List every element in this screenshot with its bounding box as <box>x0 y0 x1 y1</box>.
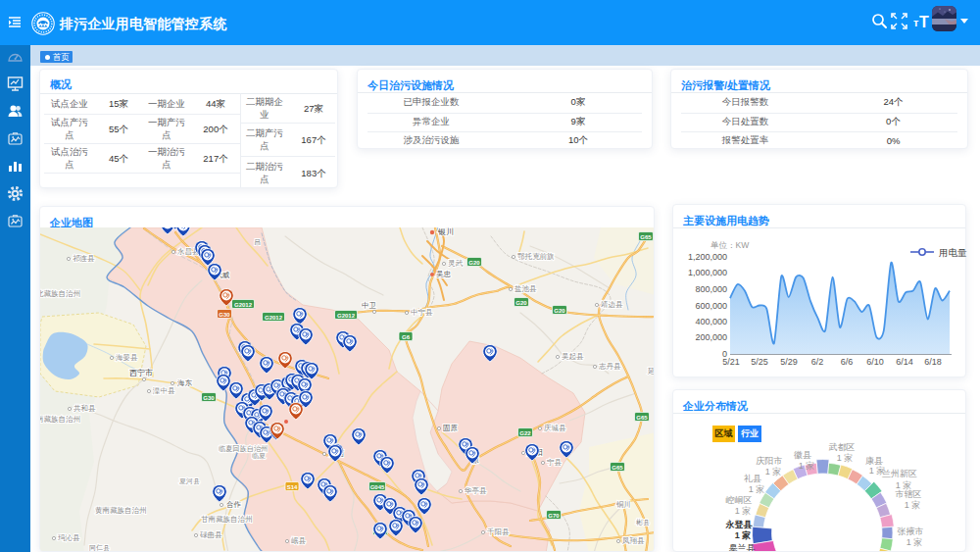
svg-text:单位：KW: 单位：KW <box>710 240 749 250</box>
svg-text:1,000,000: 1,000,000 <box>688 268 727 277</box>
svg-text:徽县: 徽县 <box>794 450 811 460</box>
svg-text:鄂托克前旗: 鄂托克前旗 <box>517 252 555 261</box>
svg-text:6/2: 6/2 <box>811 357 824 367</box>
svg-text:6/10: 6/10 <box>866 357 884 367</box>
svg-text:庆阳市: 庆阳市 <box>757 456 783 466</box>
svg-text:G30: G30 <box>219 312 230 318</box>
svg-text:礼县: 礼县 <box>744 474 761 483</box>
svg-text:6/14: 6/14 <box>896 357 913 367</box>
svg-text:武都区: 武都区 <box>829 442 856 452</box>
svg-text:G65: G65 <box>636 415 648 421</box>
svg-text:1 家: 1 家 <box>837 453 854 463</box>
svg-text:G65: G65 <box>640 234 652 240</box>
svg-text:1 家: 1 家 <box>765 467 782 477</box>
svg-text:G2012: G2012 <box>234 302 253 308</box>
svg-text:永登县: 永登县 <box>725 520 754 529</box>
svg-text:1 家: 1 家 <box>905 500 921 510</box>
svg-text:千阳县: 千阳县 <box>487 527 510 536</box>
svg-text:5/21: 5/21 <box>722 357 740 367</box>
svg-text:吴起县: 吴起县 <box>562 352 584 361</box>
svg-text:200,000: 200,000 <box>695 332 727 342</box>
svg-text:灵武: 灵武 <box>448 259 464 268</box>
svg-text:海东: 海东 <box>177 378 193 387</box>
svg-text:庆城县: 庆城县 <box>544 424 566 432</box>
svg-text:G6: G6 <box>402 334 411 340</box>
svg-text:中卫: 中卫 <box>362 301 376 310</box>
svg-text:玛沁县: 玛沁县 <box>58 533 80 542</box>
svg-text:1 家: 1 家 <box>799 461 815 471</box>
svg-text:600,000: 600,000 <box>695 301 727 311</box>
svg-text:G65: G65 <box>612 465 623 471</box>
svg-text:1 家: 1 家 <box>735 530 752 540</box>
svg-text:G22: G22 <box>519 430 531 436</box>
svg-text:市辖区: 市辖区 <box>896 489 922 499</box>
svg-text:甘南藏族自治州: 甘南藏族自治州 <box>201 515 253 524</box>
svg-text:宁县: 宁县 <box>547 458 563 467</box>
svg-text:1 家: 1 家 <box>735 506 752 516</box>
svg-text:昌: 昌 <box>254 238 261 246</box>
svg-text:祁连县: 祁连县 <box>73 254 95 263</box>
svg-text:兰州新区: 兰州新区 <box>882 469 917 478</box>
svg-text:共和县: 共和县 <box>74 404 96 413</box>
svg-text:5/29: 5/29 <box>780 357 798 367</box>
svg-text:崆峒区: 崆峒区 <box>726 495 753 505</box>
svg-text:夏河县: 夏河县 <box>179 477 200 485</box>
svg-text:南藏族自治州: 南藏族自治州 <box>40 415 80 424</box>
svg-text:5/25: 5/25 <box>751 357 768 367</box>
svg-text:800,000: 800,000 <box>695 284 727 294</box>
svg-text:铜川: 铜川 <box>615 500 631 509</box>
svg-text:靖边县: 靖边县 <box>601 300 623 309</box>
svg-text:北藏族自治州: 北藏族自治州 <box>40 289 80 298</box>
svg-text:1,200,000: 1,200,000 <box>688 252 727 262</box>
svg-text:湟中县: 湟中县 <box>152 386 175 395</box>
svg-text:固原: 固原 <box>443 424 458 432</box>
svg-text:G2012: G2012 <box>265 315 283 321</box>
svg-text:S14: S14 <box>287 484 298 490</box>
svg-text:彬县: 彬县 <box>636 519 650 527</box>
svg-text:合作: 合作 <box>226 500 242 509</box>
svg-text:G20: G20 <box>554 308 565 314</box>
svg-text:用电量: 用电量 <box>939 247 967 258</box>
svg-text:6/6: 6/6 <box>841 357 854 367</box>
svg-text:1 家: 1 家 <box>749 484 765 494</box>
svg-text:中宁县: 中宁县 <box>411 308 433 317</box>
svg-text:6/18: 6/18 <box>924 357 942 367</box>
svg-text:志丹县: 志丹县 <box>599 362 621 371</box>
svg-text:G30: G30 <box>203 395 215 401</box>
svg-text:康县: 康县 <box>865 456 883 466</box>
svg-text:凤翔县: 凤翔县 <box>622 536 645 545</box>
svg-text:1 家: 1 家 <box>906 537 923 547</box>
svg-text:黄南藏族自治州: 黄南藏族自治州 <box>95 506 147 515</box>
svg-text:碌曲县: 碌曲县 <box>200 530 222 539</box>
svg-text:同仁县: 同仁县 <box>89 544 110 551</box>
svg-text:银川: 银川 <box>437 227 454 236</box>
svg-text:临夏: 临夏 <box>252 452 266 460</box>
svg-text:G045: G045 <box>370 484 385 490</box>
svg-text:岷县: 岷县 <box>291 536 307 545</box>
svg-text:延安: 延安 <box>647 367 655 376</box>
svg-text:张掖市: 张掖市 <box>898 527 924 536</box>
svg-text:皋兰县: 皋兰县 <box>729 543 756 552</box>
svg-text:G2012: G2012 <box>337 313 356 319</box>
svg-text:400,000: 400,000 <box>695 317 727 326</box>
svg-text:海晏县: 海晏县 <box>116 353 138 362</box>
svg-text:G70: G70 <box>548 513 560 519</box>
svg-text:T: T <box>919 14 929 29</box>
svg-text:G20: G20 <box>515 300 527 306</box>
svg-text:西宁市: 西宁市 <box>129 369 153 377</box>
svg-text:吴忠: 吴忠 <box>436 270 452 278</box>
svg-text:G20: G20 <box>468 260 480 266</box>
svg-text:盐池县: 盐池县 <box>514 284 537 293</box>
svg-text:华亭县: 华亭县 <box>464 486 487 495</box>
